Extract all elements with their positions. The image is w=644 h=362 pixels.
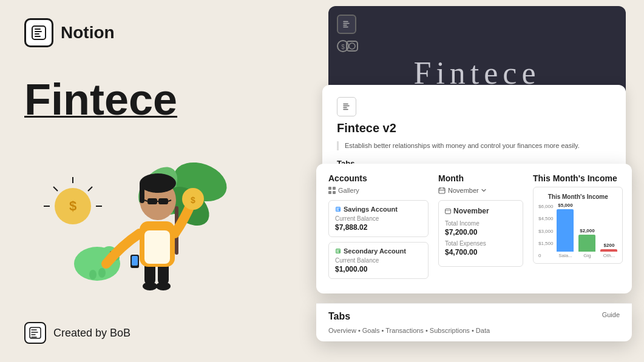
illustration: $	[36, 133, 267, 291]
gallery-icon	[328, 187, 336, 194]
svg-text:$: $	[341, 44, 345, 50]
income-chart-title: This Month's Income	[533, 173, 623, 183]
y-label-6k: $6,000	[538, 204, 553, 209]
svg-rect-48	[328, 191, 331, 194]
bottom-tabs-card: Guide Tabs Overview • Goals • Transactio…	[316, 303, 632, 341]
secondary-account-name: Secondary Account	[335, 247, 422, 255]
bar-gig-value: $2,000	[580, 228, 594, 233]
chart-inner-title: This Month's Income	[538, 193, 617, 200]
month-selector[interactable]: November	[438, 187, 523, 194]
svg-rect-38	[132, 256, 138, 266]
income-chart-container: This Month's Income $6,000 $4,500 $3,000…	[533, 187, 623, 264]
secondary-balance-value: $1,000.00	[335, 265, 422, 273]
bar-other: $200 Oth...	[600, 243, 617, 258]
y-label-4500: $4,500	[538, 216, 553, 221]
account-card-secondary: Secondary Account Current Balance $1,000…	[328, 242, 429, 279]
month-column: Month November	[438, 173, 523, 284]
svg-rect-49	[333, 191, 336, 194]
y-label-0: 0	[538, 253, 553, 258]
bottom-tabs-nav: Overview • Goals • Transactions • Subscr…	[328, 327, 620, 334]
month-stats-card: November Total Income $7,200.00 Total Ex…	[438, 200, 523, 267]
month-title: Month	[438, 173, 523, 183]
left-panel: Notion Fintece $	[0, 0, 340, 362]
svg-line-5	[53, 187, 58, 191]
month-calendar-icon	[445, 208, 451, 214]
bar-salary-value: $5,000	[558, 203, 572, 208]
svg-rect-32	[147, 198, 157, 204]
svg-rect-33	[158, 198, 168, 204]
coin-icon-dark: $	[337, 38, 359, 57]
svg-rect-45	[342, 102, 351, 112]
svg-rect-46	[328, 187, 331, 190]
bar-salary: $5,000 Sala...	[557, 203, 574, 258]
savings-balance-label: Current Balance	[335, 215, 422, 222]
month-selector-label: November	[448, 187, 479, 194]
chart-area: $6,000 $4,500 $3,000 $1,500 0 $5,000	[538, 204, 617, 258]
account-icon	[335, 206, 341, 212]
bar-salary-label: Sala...	[558, 253, 572, 258]
created-by-logo-icon	[24, 322, 46, 344]
page-title: Fintece v2	[337, 121, 611, 135]
accounts-title: Accounts	[328, 173, 429, 183]
svg-point-23	[143, 282, 157, 290]
notion-header: Notion	[24, 18, 316, 47]
fintece-main-title: Fintece	[24, 78, 316, 121]
svg-rect-31	[140, 182, 144, 203]
bar-salary-bar	[557, 209, 574, 252]
svg-rect-47	[333, 187, 336, 190]
svg-rect-40	[342, 19, 351, 29]
notion-page-icon-dark	[337, 15, 356, 34]
svg-rect-56	[446, 209, 451, 214]
svg-line-4	[88, 187, 92, 191]
svg-rect-26	[144, 230, 170, 264]
bar-gig: $2,000 Gig	[578, 228, 595, 258]
svg-point-10	[98, 268, 106, 278]
svg-text:$: $	[191, 195, 195, 205]
secondary-balance-label: Current Balance	[335, 257, 422, 264]
gallery-tag: Gallery	[328, 187, 429, 194]
gallery-label: Gallery	[338, 187, 359, 194]
chevron-down-icon	[481, 188, 486, 193]
bar-gig-label: Gig	[583, 253, 591, 258]
account-card-savings: Savings Account Current Balance $7,888.0…	[328, 200, 429, 237]
income-label: Total Income	[445, 220, 517, 227]
savings-balance-value: $7,888.02	[335, 223, 422, 232]
svg-rect-0	[32, 26, 46, 39]
account-icon-2	[335, 248, 341, 254]
bar-other-bar	[600, 249, 617, 252]
svg-point-24	[156, 282, 171, 290]
svg-point-11	[89, 270, 97, 280]
created-by-text: Created by BoB	[53, 327, 130, 340]
svg-point-44	[349, 43, 355, 49]
bars-container: $5,000 Sala... $2,000 Gig	[557, 204, 617, 258]
svg-text:$: $	[69, 198, 76, 213]
income-value: $7,200.00	[445, 228, 517, 236]
bar-gig-bar	[578, 235, 595, 252]
income-chart-column: This Month's Income This Month's Income …	[533, 173, 623, 284]
dashboard-card: Accounts Gallery	[316, 164, 632, 293]
page-description: Establish better relationships with mone…	[337, 141, 611, 150]
accounts-column: Accounts Gallery	[328, 173, 429, 284]
y-label-3k: $3,000	[538, 229, 553, 234]
y-axis: $6,000 $4,500 $3,000 $1,500 0	[538, 204, 553, 258]
calendar-icon	[438, 187, 446, 194]
notion-logo-icon	[24, 18, 53, 47]
notion-brand-label: Notion	[61, 23, 115, 42]
created-by: Created by BoB	[24, 322, 130, 344]
bar-other-label: Oth...	[603, 253, 615, 258]
page-icon	[337, 97, 356, 116]
savings-account-name: Savings Account	[335, 206, 422, 213]
expenses-value: $4,700.00	[445, 248, 517, 256]
bottom-tabs-label: Tabs	[328, 311, 620, 322]
right-panel: $ Fintece Fintece v2 Establish better re…	[316, 6, 638, 358]
guide-label: Guide	[602, 311, 620, 318]
month-name: November	[445, 207, 517, 215]
bar-other-value: $200	[604, 243, 615, 248]
expenses-label: Total Expenses	[445, 240, 517, 247]
y-label-1500: $1,500	[538, 241, 553, 246]
svg-point-30	[140, 173, 176, 193]
dashboard-grid: Accounts Gallery	[328, 173, 620, 284]
